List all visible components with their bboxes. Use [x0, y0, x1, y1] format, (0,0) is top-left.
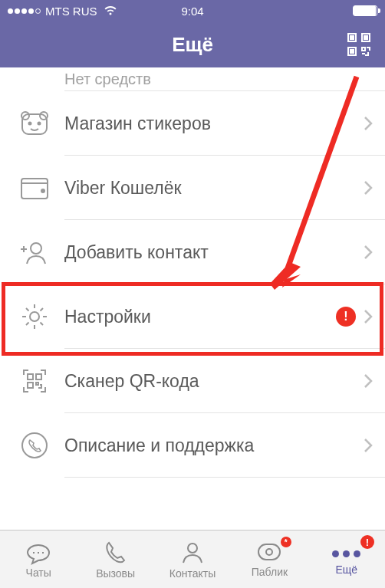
svg-point-18: [22, 433, 47, 458]
add-contact-icon: [19, 238, 50, 266]
row-label: Описание и поддержка: [64, 435, 364, 456]
tab-public[interactable]: * Паблик: [231, 531, 308, 588]
tab-badge: *: [281, 537, 291, 547]
viber-call-icon: [20, 431, 49, 460]
status-bar: MTS RUS 9:04: [0, 0, 385, 21]
row-qr-scanner[interactable]: Сканер QR-кода: [0, 349, 385, 413]
tab-contacts[interactable]: Контакты: [154, 531, 231, 588]
svg-rect-3: [364, 36, 367, 39]
tab-label: Паблик: [252, 566, 288, 578]
svg-point-9: [29, 123, 31, 125]
status-right: [353, 5, 377, 16]
qr-icon: [347, 32, 371, 57]
svg-point-24: [266, 549, 272, 555]
row-support[interactable]: Описание и поддержка: [0, 413, 385, 478]
tab-label: Чаты: [26, 567, 51, 579]
contacts-icon: [179, 540, 206, 566]
page-title: Ещё: [172, 33, 213, 57]
svg-point-10: [38, 123, 41, 125]
public-icon: [255, 541, 283, 564]
row-label: Добавить контакт: [64, 242, 364, 263]
menu-list: Нет средств Магазин стикеров: [0, 67, 385, 478]
svg-point-14: [30, 312, 39, 321]
row-label: Сканер QR-кода: [64, 371, 364, 392]
battery-icon: [353, 5, 377, 16]
svg-point-22: [188, 544, 197, 553]
tab-calls[interactable]: Вызовы: [77, 531, 153, 588]
svg-point-13: [31, 243, 41, 254]
svg-rect-1: [350, 36, 354, 39]
no-funds-label: Нет средств: [0, 67, 385, 90]
chevron-right-icon: [364, 438, 373, 453]
svg-rect-6: [22, 114, 47, 134]
gear-icon: [20, 302, 49, 331]
chevron-right-icon: [364, 373, 373, 389]
svg-rect-11: [21, 179, 48, 199]
phone-icon: [103, 540, 129, 566]
row-add-contact[interactable]: Добавить контакт: [0, 220, 385, 284]
tab-label: Вызовы: [96, 567, 135, 580]
bear-icon: [19, 110, 50, 137]
svg-rect-16: [36, 374, 41, 379]
chevron-right-icon: [364, 309, 373, 324]
svg-rect-17: [28, 383, 33, 388]
more-icon: [332, 550, 360, 557]
row-label: Viber Кошелёк: [64, 178, 364, 199]
chevron-right-icon: [364, 116, 373, 131]
row-wallet[interactable]: Viber Кошелёк: [0, 156, 385, 220]
svg-rect-15: [28, 374, 33, 379]
screen: { "status": { "carrier": "MTS RUS", "tim…: [0, 0, 385, 588]
tab-chats[interactable]: Чаты: [0, 531, 77, 588]
tab-bar: Чаты Вызовы Контакты * Паблик !: [0, 530, 385, 588]
row-label: Настройки: [64, 307, 336, 327]
tab-badge: !: [360, 535, 374, 549]
qr-button[interactable]: [347, 32, 371, 57]
tab-more[interactable]: ! Ещё: [308, 531, 385, 588]
row-label: Магазин стикеров: [64, 113, 364, 134]
svg-rect-23: [258, 544, 280, 560]
tab-label: Контакты: [169, 567, 216, 580]
tab-label: Ещё: [336, 563, 358, 576]
chat-icon: [25, 540, 52, 565]
wallet-icon: [20, 176, 49, 200]
chevron-right-icon: [364, 245, 373, 260]
svg-rect-5: [350, 50, 354, 53]
header: Ещё: [0, 21, 385, 67]
row-sticker-store[interactable]: Магазин стикеров: [0, 91, 385, 156]
row-settings[interactable]: Настройки !: [0, 284, 385, 349]
alert-badge: !: [336, 307, 356, 327]
chevron-right-icon: [364, 180, 373, 195]
svg-point-12: [41, 189, 44, 192]
clock: 9:04: [0, 5, 385, 18]
qr-scan-icon: [21, 367, 48, 395]
